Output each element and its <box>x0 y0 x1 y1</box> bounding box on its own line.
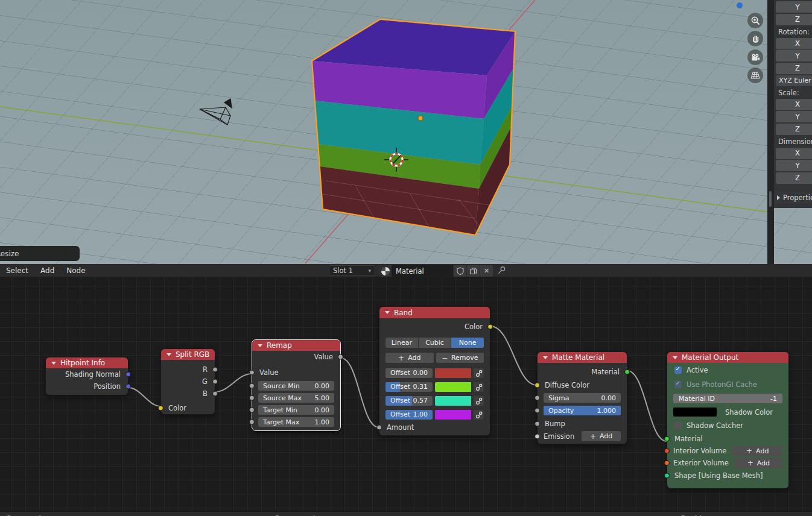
collapse-triangle-icon[interactable] <box>385 311 390 314</box>
material-sphere-icon[interactable] <box>379 265 392 277</box>
socket-opacity[interactable] <box>534 408 540 414</box>
socket-color-out[interactable] <box>487 324 493 330</box>
band-extras-icon-3[interactable] <box>474 410 484 420</box>
shadow-catcher-checkbox[interactable] <box>674 422 682 429</box>
banded-cube[interactable] <box>312 19 515 238</box>
photongi-checkbox[interactable] <box>674 381 682 388</box>
socket-target-max[interactable] <box>249 420 255 425</box>
socket-sigma[interactable] <box>534 395 540 401</box>
node-header-split-rgb[interactable]: Split RGB <box>161 349 215 360</box>
collapse-triangle-icon[interactable] <box>673 356 677 359</box>
socket-source-min[interactable] <box>249 383 255 389</box>
socket-diffuse-color[interactable] <box>534 383 540 388</box>
add-band-button[interactable]: + Add <box>385 353 434 363</box>
shadow-color-swatch[interactable] <box>673 407 717 417</box>
socket-material-out[interactable] <box>624 370 630 375</box>
socket-shading-normal[interactable] <box>125 372 131 377</box>
socket-interior-volume[interactable] <box>664 448 670 454</box>
location-z-field[interactable]: Z <box>776 14 812 25</box>
collapse-triangle-icon[interactable] <box>543 356 548 359</box>
node-header-matte[interactable]: Matte Material <box>538 352 627 363</box>
duplicate-icon[interactable] <box>466 265 480 277</box>
socket-shape[interactable] <box>664 473 670 478</box>
camera-object[interactable] <box>200 99 232 125</box>
material-name-field[interactable]: Material <box>392 265 453 277</box>
menu-select[interactable]: Select <box>0 264 34 277</box>
socket-g[interactable] <box>212 379 218 385</box>
band-color-swatch-3[interactable] <box>435 410 471 420</box>
node-header-hitpoint[interactable]: Hitpoint Info <box>46 357 128 368</box>
band-color-swatch-2[interactable] <box>435 396 471 406</box>
node-remap[interactable]: Remap Value Value Source Min 0.00 <box>252 339 341 431</box>
offset-slider-0[interactable]: Offset 0.00 <box>385 368 433 378</box>
exterior-volume-add-button[interactable]: + Add <box>735 458 782 468</box>
source-max-field[interactable]: Source Max 5.00 <box>258 393 334 403</box>
scale-z-field[interactable]: Z <box>776 124 812 135</box>
node-header-remap[interactable]: Remap <box>252 340 340 351</box>
rotation-z-field[interactable]: Z <box>776 63 812 74</box>
collapse-triangle-icon[interactable] <box>258 344 262 347</box>
socket-r[interactable] <box>212 367 218 373</box>
location-y-field[interactable]: Y <box>776 1 812 13</box>
socket-b[interactable] <box>212 391 218 397</box>
band-color-swatch-1[interactable] <box>435 382 471 392</box>
menu-node[interactable]: Node <box>60 264 91 277</box>
material-slot-dropdown[interactable]: Slot 1 ▾ <box>329 265 375 276</box>
active-checkbox[interactable] <box>674 367 682 374</box>
dimensions-z-field[interactable]: Z <box>776 172 812 184</box>
socket-emission[interactable] <box>534 433 540 439</box>
sigma-field[interactable]: Sigma 0.00 <box>544 393 621 403</box>
properties-collapsed-panel[interactable]: Properties <box>774 192 812 203</box>
offset-slider-1[interactable]: Offset 0.31 <box>385 382 433 392</box>
menu-add[interactable]: Add <box>34 264 60 277</box>
camera-icon[interactable] <box>747 49 763 65</box>
interp-none-button[interactable]: None <box>451 338 484 348</box>
fake-user-shield-icon[interactable] <box>453 265 466 277</box>
socket-position[interactable] <box>125 384 131 389</box>
socket-amount[interactable] <box>376 425 382 430</box>
socket-material-in[interactable] <box>664 436 670 441</box>
target-max-field[interactable]: Target Max 1.00 <box>258 417 334 427</box>
resize-operator-panel[interactable]: Resize <box>0 246 80 261</box>
material-id-field[interactable]: Material ID -1 <box>673 394 782 403</box>
rotation-mode-dropdown[interactable]: XYZ Euler <box>776 75 812 86</box>
target-min-field[interactable]: Target Min 0.00 <box>258 405 334 415</box>
band-extras-icon-0[interactable] <box>474 368 484 378</box>
region-divider[interactable] <box>767 0 774 264</box>
socket-exterior-volume[interactable] <box>664 461 670 466</box>
node-material-output[interactable]: Material Output Active Use PhotonGI Cach… <box>667 351 789 489</box>
zoom-icon[interactable] <box>747 13 763 28</box>
dimensions-x-field[interactable]: X <box>776 148 812 159</box>
opacity-slider[interactable]: Opacity 1.000 <box>544 406 621 415</box>
scale-x-field[interactable]: X <box>776 99 812 110</box>
remove-band-button[interactable]: − Remove <box>436 353 484 363</box>
nav-gizmo-axis-dot[interactable] <box>737 2 743 8</box>
node-header-band[interactable]: Band <box>379 307 490 318</box>
collapse-triangle-icon[interactable] <box>167 353 171 356</box>
node-band[interactable]: Band Color Linear Cubic None + Add <box>379 306 490 436</box>
node-split-rgb[interactable]: Split RGB R G B Color <box>160 348 215 415</box>
grid-icon[interactable] <box>747 68 763 83</box>
offset-slider-2[interactable]: Offset 0.57 <box>385 396 433 406</box>
scale-y-field[interactable]: Y <box>776 111 812 122</box>
interp-cubic-button[interactable]: Cubic <box>419 338 451 348</box>
rotation-x-field[interactable]: X <box>776 38 812 49</box>
interior-volume-add-button[interactable]: + Add <box>732 446 782 456</box>
socket-value-out[interactable] <box>338 354 343 360</box>
socket-color-in[interactable] <box>158 406 163 411</box>
pan-icon[interactable] <box>747 31 763 46</box>
collapse-triangle-icon[interactable] <box>51 362 56 365</box>
offset-slider-3[interactable]: Offset 1.00 <box>385 410 433 420</box>
rotation-y-field[interactable]: Y <box>776 50 812 61</box>
pin-icon[interactable] <box>497 266 506 277</box>
socket-value-in[interactable] <box>249 370 255 376</box>
interp-linear-button[interactable]: Linear <box>385 338 418 348</box>
3d-viewport[interactable]: Y Z Rotation: X Y Z XYZ Euler Scale: X Y… <box>0 0 812 264</box>
emission-add-button[interactable]: + Add <box>582 431 621 441</box>
band-extras-icon-1[interactable] <box>474 382 484 392</box>
node-hitpoint-info[interactable]: Hitpoint Info Shading Normal Position <box>45 357 128 395</box>
band-color-swatch-0[interactable] <box>435 368 471 378</box>
source-min-field[interactable]: Source Min 0.00 <box>258 381 334 391</box>
node-editor-canvas[interactable]: Hitpoint Info Shading Normal Position Sp… <box>0 277 812 511</box>
node-header-material-output[interactable]: Material Output <box>667 352 788 363</box>
